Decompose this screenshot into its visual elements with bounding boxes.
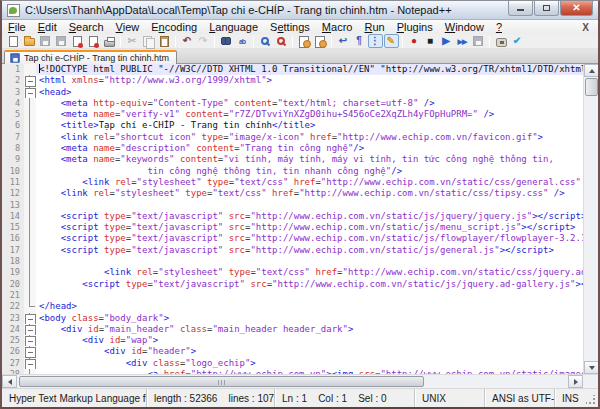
code-line[interactable]: 11 <link rel="stylesheet" type="text/css… bbox=[2, 177, 583, 188]
horizontal-scrollbar[interactable] bbox=[2, 375, 583, 388]
fold-collapse-icon[interactable] bbox=[24, 335, 36, 346]
menu-item-window[interactable]: Window bbox=[439, 21, 490, 33]
new-file-icon[interactable] bbox=[6, 34, 21, 48]
find-icon[interactable] bbox=[219, 34, 234, 48]
menu-item-run[interactable]: Run bbox=[358, 21, 390, 33]
scrollbar-corner bbox=[583, 375, 598, 388]
scroll-up-button[interactable] bbox=[584, 64, 598, 77]
code-line[interactable]: 28 <a href="http://www.echip.com.vn"><im… bbox=[2, 369, 583, 374]
fold-margin bbox=[24, 267, 36, 278]
word-wrap-icon[interactable]: ↩ bbox=[336, 34, 351, 48]
menu-item-encoding[interactable]: Encoding bbox=[145, 21, 203, 33]
spell-check-icon[interactable]: ✔ bbox=[510, 34, 525, 48]
menu-item-help[interactable]: ? bbox=[490, 21, 508, 33]
sync-horizontal-scrolling-icon[interactable] bbox=[313, 34, 328, 48]
vertical-scrollbar[interactable] bbox=[583, 64, 598, 374]
code-line[interactable]: 14 <script type="text/javascript" src="h… bbox=[2, 211, 583, 222]
code-line[interactable]: 4 <meta http-equiv="Content-Type" conten… bbox=[2, 98, 583, 109]
menu-item-edit[interactable]: Edit bbox=[32, 21, 63, 33]
horizontal-scroll-thumb[interactable] bbox=[19, 376, 424, 387]
plugin-folder-icon[interactable] bbox=[494, 34, 509, 48]
code-line[interactable]: 3<head> bbox=[2, 87, 583, 98]
scroll-right-button[interactable] bbox=[568, 375, 583, 388]
code-line[interactable]: 22</head> bbox=[2, 301, 583, 312]
sync-vertical-scrolling-icon[interactable] bbox=[297, 34, 312, 48]
close-file-icon[interactable] bbox=[70, 34, 85, 48]
show-indent-guide-icon[interactable]: ⋮ bbox=[368, 34, 383, 48]
menu-item-language[interactable]: Language bbox=[203, 21, 264, 33]
code-line[interactable]: 23<body class="body_dark"> bbox=[2, 313, 583, 324]
replace-icon[interactable]: ab bbox=[235, 34, 250, 48]
macro-run-multiple-icon[interactable]: ▶▶ bbox=[455, 34, 470, 48]
vertical-scroll-thumb[interactable] bbox=[585, 78, 598, 96]
macro-stop-icon[interactable]: ■ bbox=[423, 34, 438, 48]
cut-icon[interactable]: ✂ bbox=[125, 34, 140, 48]
code-line[interactable]: 9 <meta name="keywords" content="vi tính… bbox=[2, 154, 583, 165]
menu-item-file[interactable]: File bbox=[2, 21, 32, 33]
code-area[interactable]: 1<!DOCTYPE html PUBLIC "-//W3C//DTD XHTM… bbox=[2, 64, 583, 374]
code-line[interactable]: 15 <script type="text/javascript" src="h… bbox=[2, 222, 583, 233]
show-all-characters-icon[interactable]: ¶ bbox=[352, 34, 367, 48]
undo-icon[interactable]: ↶ bbox=[180, 34, 195, 48]
fold-collapse-icon[interactable] bbox=[24, 346, 36, 357]
paste-icon[interactable] bbox=[157, 34, 172, 48]
code-line[interactable]: 7 <link rel="shortcut icon" type="image/… bbox=[2, 132, 583, 143]
redo-icon[interactable]: ↷ bbox=[196, 34, 211, 48]
fold-collapse-icon[interactable] bbox=[24, 324, 36, 335]
save-all-icon[interactable] bbox=[54, 34, 69, 48]
status-length-lines: length : 52366 lines : 1071 bbox=[147, 389, 275, 407]
fold-collapse-icon[interactable] bbox=[24, 313, 36, 324]
code-line[interactable]: 17 <script type="text/javascript" src="h… bbox=[2, 245, 583, 256]
print-icon[interactable] bbox=[102, 34, 117, 48]
code-line[interactable]: 19 <link rel="stylesheet" type="text/css… bbox=[2, 267, 583, 278]
code-line[interactable]: 13 bbox=[2, 200, 583, 211]
code-line[interactable]: 21 bbox=[2, 290, 583, 301]
code-line[interactable]: 12 <link rel="stylesheet" type="text/css… bbox=[2, 188, 583, 199]
maximize-button[interactable] bbox=[534, 1, 559, 16]
zoom-out-icon[interactable] bbox=[274, 34, 289, 48]
open-file-icon[interactable] bbox=[22, 34, 37, 48]
save-file-icon[interactable] bbox=[38, 34, 53, 48]
toolbar-separator bbox=[120, 36, 121, 47]
fold-collapse-icon[interactable] bbox=[24, 75, 36, 86]
code-line[interactable]: 5 <meta name="verify-v1" content="r7Z/DT… bbox=[2, 109, 583, 120]
menu-item-macro[interactable]: Macro bbox=[316, 21, 359, 33]
code-line[interactable]: 18 bbox=[2, 256, 583, 267]
code-line[interactable]: 26 <div id="header"> bbox=[2, 346, 583, 357]
line-number: 17 bbox=[2, 245, 24, 256]
fold-margin bbox=[24, 154, 36, 165]
tab-active[interactable]: Tap chi e-CHÍP - Trang tin chinh.htm bbox=[4, 50, 177, 64]
minimize-button[interactable] bbox=[508, 1, 533, 16]
macro-record-icon[interactable]: ● bbox=[407, 34, 422, 48]
macro-save-icon[interactable] bbox=[471, 34, 486, 48]
code-line[interactable]: 16 <script type="text/javascript" src="h… bbox=[2, 233, 583, 244]
code-line[interactable]: 20 <script type="text/javascript" src="h… bbox=[2, 279, 583, 290]
zoom-in-icon[interactable] bbox=[258, 34, 273, 48]
menu-item-settings[interactable]: Settings bbox=[264, 21, 316, 33]
scroll-down-button[interactable] bbox=[584, 361, 598, 374]
code-line[interactable]: 8 <meta name="description" content="Tran… bbox=[2, 143, 583, 154]
fold-collapse-icon[interactable] bbox=[24, 358, 36, 369]
code-line[interactable]: 24 <div id="main_header" class="main_hea… bbox=[2, 324, 583, 335]
code-text: <a href="http://www.echip.com.vn"><img s… bbox=[36, 369, 583, 374]
fold-collapse-icon[interactable] bbox=[24, 87, 36, 98]
close-button[interactable]: ✕ bbox=[560, 1, 593, 16]
menu-item-plugins[interactable]: Plugins bbox=[391, 21, 439, 33]
toolbar-separator bbox=[253, 36, 254, 47]
copy-icon[interactable] bbox=[141, 34, 156, 48]
menu-item-search[interactable]: Search bbox=[63, 21, 110, 33]
resize-grip[interactable] bbox=[586, 395, 596, 405]
close-document-button[interactable]: X bbox=[582, 22, 598, 33]
close-all-icon[interactable] bbox=[86, 34, 101, 48]
user-define-dialog-icon[interactable]: ✎ bbox=[384, 34, 399, 48]
macro-play-icon[interactable]: ▶ bbox=[439, 34, 454, 48]
scroll-left-button[interactable] bbox=[2, 375, 17, 388]
code-line[interactable]: 1<!DOCTYPE html PUBLIC "-//W3C//DTD XHTM… bbox=[2, 64, 583, 75]
code-line[interactable]: 10 tin công nghệ thông tin, tin nhanh cô… bbox=[2, 166, 583, 177]
code-line[interactable]: 27 <div class="logo_echip"> bbox=[2, 358, 583, 369]
code-line[interactable]: 6 <title>Tạp chí e-CHÍP - Trang tin chín… bbox=[2, 120, 583, 131]
menu-item-view[interactable]: View bbox=[110, 21, 146, 33]
code-line[interactable]: 25 <div id="wap"> bbox=[2, 335, 583, 346]
toolbar-separator bbox=[214, 36, 215, 47]
code-line[interactable]: 2<html xmlns="http://www.w3.org/1999/xht… bbox=[2, 75, 583, 86]
